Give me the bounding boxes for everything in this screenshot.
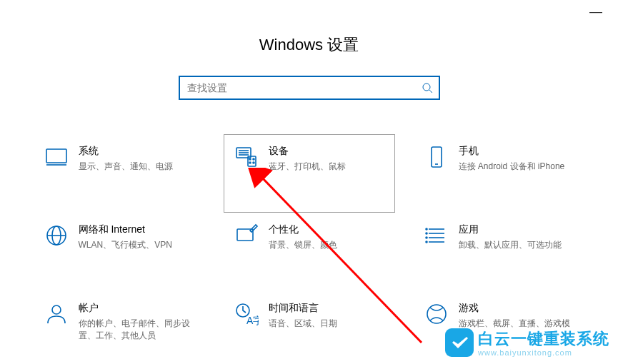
tile-title: 帐户 xyxy=(79,302,194,315)
tile-apps[interactable]: 应用 卸载、默认应用、可选功能 xyxy=(414,213,585,291)
tile-sub: 卸载、默认应用、可选功能 xyxy=(459,239,562,251)
svg-point-25 xyxy=(426,237,427,238)
svg-point-24 xyxy=(426,233,427,234)
tile-sub: 你的帐户、电子邮件、同步设置、工作、其他人员 xyxy=(79,318,194,342)
system-icon xyxy=(44,145,69,169)
svg-text:A字: A字 xyxy=(246,315,259,326)
svg-rect-2 xyxy=(46,149,66,163)
tile-system[interactable]: 系统 显示、声音、通知、电源 xyxy=(34,134,205,213)
svg-point-27 xyxy=(52,305,61,314)
tile-title: 设备 xyxy=(269,145,346,158)
devices-icon xyxy=(234,145,259,169)
minimize-icon[interactable]: — xyxy=(589,4,602,19)
phone-icon xyxy=(424,145,449,169)
tile-network[interactable]: 网络和 Internet WLAN、飞行模式、VPN xyxy=(34,213,205,291)
svg-point-0 xyxy=(423,84,430,91)
tile-sub: 连接 Android 设备和 iPhone xyxy=(459,161,565,173)
tile-accounts[interactable]: 帐户 你的帐户、电子邮件、同步设置、工作、其他人员 xyxy=(34,291,205,364)
svg-point-9 xyxy=(249,158,251,160)
svg-line-1 xyxy=(429,90,432,93)
watermark-title: 白云一键重装系统 xyxy=(478,328,609,350)
tile-title: 游戏 xyxy=(459,302,574,315)
apps-icon xyxy=(424,223,449,248)
search-box[interactable] xyxy=(179,76,440,100)
watermark-logo-icon xyxy=(445,328,474,357)
time-language-icon: A字 xyxy=(234,302,259,326)
search-input[interactable] xyxy=(187,82,422,93)
tile-devices[interactable]: 设备 蓝牙、打印机、鼠标 xyxy=(224,134,395,213)
tile-phone[interactable]: 手机 连接 Android 设备和 iPhone xyxy=(414,134,585,213)
tile-time-language[interactable]: A字 时间和语言 语音、区域、日期 xyxy=(224,291,395,364)
tile-title: 网络和 Internet xyxy=(79,223,172,236)
tile-sub: 背景、锁屏、颜色 xyxy=(269,239,337,251)
globe-icon xyxy=(44,223,69,248)
svg-point-12 xyxy=(253,162,254,163)
tile-personalization[interactable]: 个性化 背景、锁屏、颜色 xyxy=(224,213,395,291)
tile-title: 时间和语言 xyxy=(269,302,337,315)
search-icon xyxy=(422,82,433,93)
tile-title: 个性化 xyxy=(269,223,337,236)
tile-title: 系统 xyxy=(79,145,173,158)
tile-title: 应用 xyxy=(459,223,562,236)
person-icon xyxy=(44,302,69,326)
svg-point-10 xyxy=(253,158,254,160)
svg-point-30 xyxy=(427,305,446,323)
svg-point-26 xyxy=(426,241,427,243)
svg-point-23 xyxy=(426,228,427,230)
tile-sub: 显示、声音、通知、电源 xyxy=(79,161,173,173)
tile-title: 手机 xyxy=(459,145,565,158)
tile-sub: 语音、区域、日期 xyxy=(269,318,337,330)
svg-point-11 xyxy=(249,162,251,163)
watermark: 白云一键重装系统 www.baiyunxitong.com xyxy=(445,328,609,357)
tile-sub: 蓝牙、打印机、鼠标 xyxy=(269,161,346,173)
personalization-icon xyxy=(234,223,259,248)
xbox-icon xyxy=(424,302,449,326)
page-title: Windows 设置 xyxy=(0,34,618,56)
tile-sub: WLAN、飞行模式、VPN xyxy=(79,239,172,251)
